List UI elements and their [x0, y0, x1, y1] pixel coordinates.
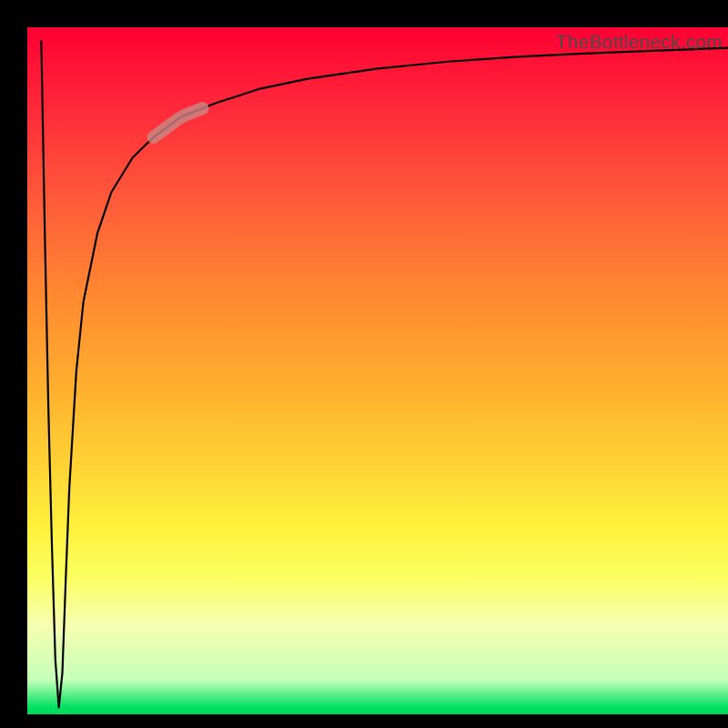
plot-area: TheBottleneck.com	[27, 27, 728, 714]
chart-svg	[27, 27, 728, 714]
bottleneck-curve	[41, 41, 728, 707]
chart-frame: TheBottleneck.com	[0, 0, 728, 728]
curve-marker	[154, 108, 203, 137]
